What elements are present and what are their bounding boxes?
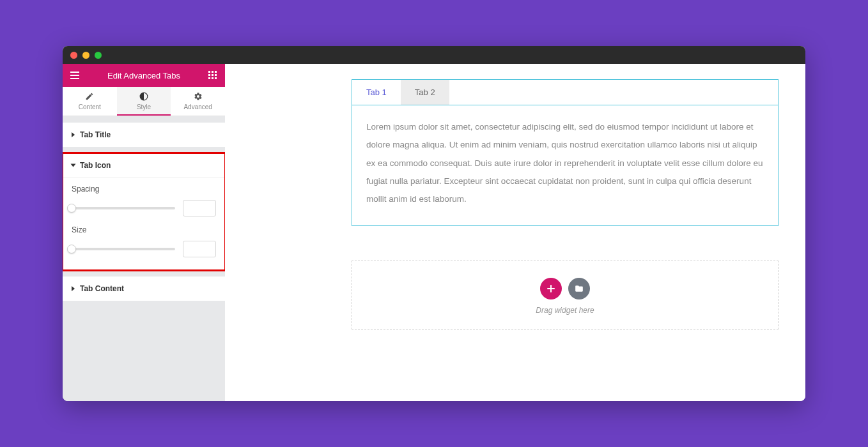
minimize-window-button[interactable] xyxy=(82,52,89,59)
gear-icon xyxy=(171,92,225,102)
section-tab-content-label: Tab Content xyxy=(80,284,124,293)
widget-dropzone[interactable]: Drag widget here xyxy=(352,261,779,330)
spacing-slider-thumb[interactable] xyxy=(67,204,76,213)
tab-content-label: Content xyxy=(79,103,101,110)
widget-advanced-tabs: Tab 1 Tab 2 Lorem ipsum dolor sit amet, … xyxy=(352,79,779,226)
maximize-window-button[interactable] xyxy=(95,52,102,59)
size-label: Size xyxy=(72,225,216,234)
app-window: Edit Advanced Tabs Content Style xyxy=(63,46,805,401)
pencil-icon xyxy=(63,92,117,102)
section-tab-title-label: Tab Title xyxy=(80,130,111,139)
control-spacing: Spacing xyxy=(72,185,216,216)
svg-rect-0 xyxy=(208,71,210,73)
add-section-button[interactable] xyxy=(540,278,562,299)
svg-rect-4 xyxy=(212,74,213,76)
svg-rect-6 xyxy=(208,77,210,79)
window-titlebar xyxy=(63,46,805,64)
svg-rect-7 xyxy=(212,77,213,79)
size-slider[interactable] xyxy=(72,248,175,250)
panel-header: Edit Advanced Tabs xyxy=(63,64,225,87)
svg-rect-2 xyxy=(215,71,217,73)
widgets-grid-icon[interactable] xyxy=(207,70,219,81)
caret-right-icon xyxy=(72,286,75,291)
section-tab-title-header[interactable]: Tab Title xyxy=(63,123,225,147)
svg-rect-5 xyxy=(215,74,217,76)
preview-tab-2[interactable]: Tab 2 xyxy=(401,80,449,105)
hamburger-menu-icon[interactable] xyxy=(69,70,81,81)
preview-canvas: Tab 1 Tab 2 Lorem ipsum dolor sit amet, … xyxy=(225,64,805,401)
widget-tab-row: Tab 1 Tab 2 xyxy=(352,80,778,105)
spacing-label: Spacing xyxy=(72,185,216,193)
spacing-input[interactable] xyxy=(183,200,216,216)
contrast-icon xyxy=(117,92,171,102)
section-tab-content: Tab Content xyxy=(63,277,225,301)
section-tab-icon-label: Tab Icon xyxy=(80,161,111,170)
section-tab-title: Tab Title xyxy=(63,123,225,147)
tab-style[interactable]: Style xyxy=(117,87,171,116)
section-tab-content-header[interactable]: Tab Content xyxy=(63,277,225,301)
size-input[interactable] xyxy=(183,241,216,257)
dropzone-hint: Drag widget here xyxy=(352,306,778,315)
preview-tab-1[interactable]: Tab 1 xyxy=(352,80,401,105)
editor-sidebar: Edit Advanced Tabs Content Style xyxy=(63,64,225,401)
control-size: Size xyxy=(72,225,216,257)
tab-style-label: Style xyxy=(137,103,151,110)
preview-tab-content: Lorem ipsum dolor sit amet, consectetur … xyxy=(352,105,778,225)
tab-content[interactable]: Content xyxy=(63,87,117,116)
section-tab-icon-header[interactable]: Tab Icon xyxy=(63,153,225,178)
svg-rect-1 xyxy=(212,71,213,73)
size-slider-thumb[interactable] xyxy=(67,245,76,254)
close-window-button[interactable] xyxy=(70,52,77,59)
panel-tabs-row: Content Style Advanced xyxy=(63,87,225,116)
section-tab-icon: Tab Icon Spacing xyxy=(63,153,225,270)
panel-title: Edit Advanced Tabs xyxy=(107,71,180,80)
caret-right-icon xyxy=(72,132,75,137)
svg-rect-8 xyxy=(215,77,217,79)
tab-advanced[interactable]: Advanced xyxy=(171,87,225,116)
tab-advanced-label: Advanced xyxy=(183,103,212,110)
svg-rect-3 xyxy=(208,74,210,76)
caret-down-icon xyxy=(71,164,76,167)
template-library-button[interactable] xyxy=(568,278,590,299)
spacing-slider[interactable] xyxy=(72,207,175,209)
